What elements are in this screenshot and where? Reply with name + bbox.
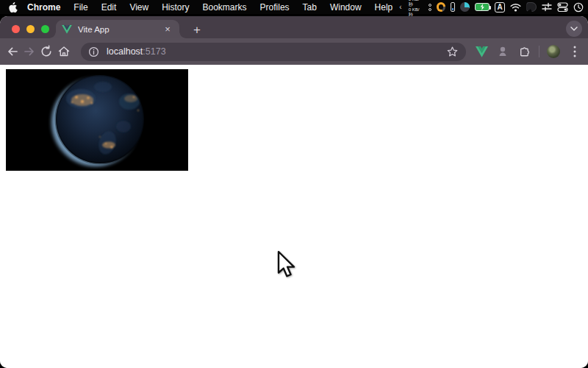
- menu-item-profiles[interactable]: Profiles: [254, 2, 296, 13]
- site-info-icon[interactable]: [88, 46, 99, 57]
- memory-gauge-icon[interactable]: [437, 2, 446, 12]
- reload-icon: [40, 45, 53, 58]
- mouse-cursor: [277, 250, 296, 278]
- menu-item-window[interactable]: Window: [323, 2, 368, 13]
- status-dots-icon[interactable]: [429, 4, 431, 11]
- dimmed-extension-icon: [498, 46, 507, 57]
- wifi-icon[interactable]: [510, 3, 521, 12]
- menubar-overflow-chevron-icon[interactable]: ‹: [399, 3, 401, 11]
- network-speed-up: 0 KB/秒: [409, 0, 423, 7]
- sliders-icon[interactable]: [542, 2, 552, 12]
- disk-pie-icon[interactable]: [460, 2, 470, 12]
- chevron-down-icon: [570, 26, 578, 31]
- menu-item-file[interactable]: File: [67, 2, 94, 13]
- earth-webgl-canvas[interactable]: [6, 69, 188, 171]
- menubar-status-cluster: ‹ 0 KB/秒 0 KB/秒 A: [399, 0, 588, 18]
- macos-menubar: Chrome File Edit View History Bookmarks …: [0, 0, 588, 14]
- browser-menu-button[interactable]: [566, 43, 584, 60]
- menu-item-history[interactable]: History: [155, 2, 196, 13]
- vue-logo-icon: [476, 46, 488, 57]
- new-tab-button[interactable]: +: [188, 22, 206, 40]
- url-port: :5173: [143, 46, 165, 57]
- puzzle-piece-icon: [517, 45, 531, 59]
- page-content: [0, 65, 588, 368]
- input-source-icon[interactable]: A: [495, 2, 506, 13]
- clock-icon[interactable]: [573, 2, 584, 13]
- vite-app-favicon: [62, 25, 72, 34]
- tab-search-button[interactable]: [566, 21, 582, 37]
- browser-window: Vite App × +: [0, 16, 588, 368]
- tab-title: Vite App: [78, 25, 162, 34]
- menu-item-tab[interactable]: Tab: [296, 2, 323, 13]
- back-button[interactable]: [4, 43, 21, 60]
- forward-arrow-icon: [23, 45, 36, 58]
- kebab-menu-icon: [573, 46, 576, 57]
- zoom-window-button[interactable]: [41, 25, 49, 33]
- tab-close-icon[interactable]: ×: [162, 24, 173, 35]
- battery-charging-icon[interactable]: [475, 3, 490, 11]
- slim-battery-icon[interactable]: [451, 2, 455, 12]
- dark-app-status-icon[interactable]: [526, 2, 537, 12]
- control-center-toggles-icon[interactable]: [557, 2, 568, 12]
- forward-button[interactable]: [21, 43, 38, 60]
- network-speed-indicator[interactable]: 0 KB/秒 0 KB/秒: [409, 0, 423, 18]
- menu-item-chrome[interactable]: Chrome: [21, 2, 67, 13]
- tab-vite-app[interactable]: Vite App ×: [56, 20, 179, 38]
- extensions-menu-button[interactable]: [514, 43, 532, 60]
- back-arrow-icon: [6, 45, 19, 58]
- url-host: localhost: [107, 46, 143, 57]
- toolbar-separator: [539, 46, 539, 57]
- tab-strip: Vite App × +: [0, 16, 588, 38]
- bookmark-star-button[interactable]: [446, 46, 459, 58]
- profile-avatar[interactable]: [547, 45, 560, 58]
- home-icon: [57, 45, 71, 58]
- traffic-lights: [12, 25, 49, 33]
- address-bar[interactable]: localhost:5173: [81, 43, 466, 61]
- screen: Chrome File Edit View History Bookmarks …: [0, 0, 588, 368]
- minimize-window-button[interactable]: [26, 25, 35, 33]
- menu-item-help[interactable]: Help: [368, 2, 400, 13]
- apple-icon[interactable]: [9, 2, 18, 13]
- home-button[interactable]: [55, 43, 73, 60]
- menu-item-bookmarks[interactable]: Bookmarks: [196, 2, 254, 13]
- star-icon: [446, 46, 459, 58]
- reload-button[interactable]: [37, 43, 55, 60]
- vue-devtools-extension-button[interactable]: [473, 43, 490, 60]
- close-window-button[interactable]: [12, 25, 20, 33]
- menu-item-view[interactable]: View: [123, 2, 155, 13]
- extension-button-dimmed[interactable]: [494, 43, 512, 60]
- menu-item-edit[interactable]: Edit: [95, 2, 123, 13]
- url-text: localhost:5173: [107, 46, 166, 57]
- browser-toolbar: localhost:5173: [0, 38, 588, 65]
